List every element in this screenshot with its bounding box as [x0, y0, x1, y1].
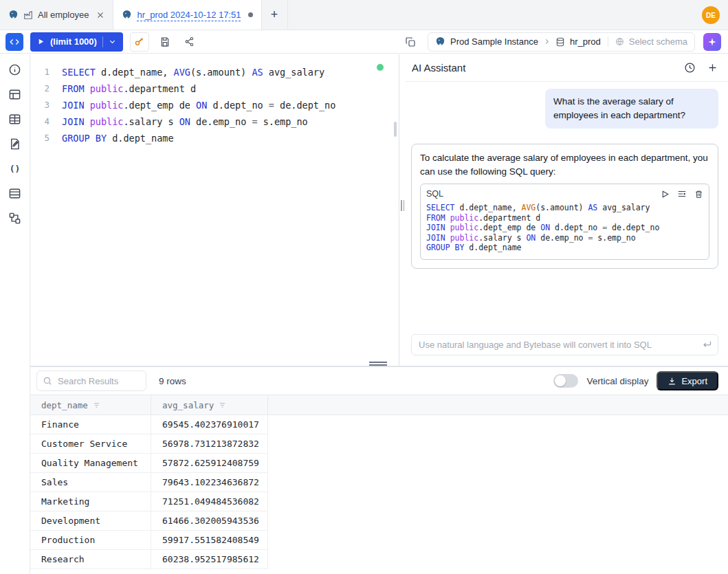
workspace: 1SELECT d.dept_name, AVG(s.amount) AS av…: [30, 54, 728, 366]
line-number: 3: [30, 97, 62, 113]
sparkle-icon: [707, 37, 717, 47]
toolbar-right-cluster: Prod Sample Instance hr_prod Select sche…: [401, 32, 721, 52]
editor-toolbar: (limit 1000): [0, 30, 728, 54]
row-count: 9 rows: [159, 376, 186, 386]
tab-hr-prod[interactable]: hr_prod 2024-10-12 17:51: [113, 0, 261, 30]
editor-line: 2FROM public.department d: [30, 80, 399, 97]
ai-answer: To calculate the average salary of emplo…: [411, 144, 718, 269]
run-label: (limit 1000): [50, 36, 97, 47]
line-number: 1: [30, 64, 62, 80]
table-row[interactable]: Sales79643.102234636872: [30, 473, 268, 492]
ai-code-line: SELECT d.dept_name, AVG(s.amount) AS avg…: [426, 203, 703, 213]
ai-assistant-button[interactable]: [703, 33, 721, 51]
worksheet-icon[interactable]: [5, 134, 25, 153]
run-query-button[interactable]: (limit 1000): [30, 32, 123, 52]
environment-icon: [23, 10, 33, 20]
left-rail: (): [0, 54, 30, 574]
info-icon[interactable]: [5, 60, 25, 79]
vertical-display-toggle[interactable]: [553, 374, 578, 388]
postgres-icon: [122, 10, 132, 20]
history-table-icon[interactable]: [5, 184, 25, 203]
copy-schema-icon: [405, 36, 416, 47]
sql-editor[interactable]: 1SELECT d.dept_name, AVG(s.amount) AS av…: [30, 54, 399, 366]
column-header-avg-salary[interactable]: avg_salary: [151, 395, 268, 415]
ai-prompt-input[interactable]: [411, 334, 718, 355]
schema-selector[interactable]: Select schema: [608, 36, 694, 47]
tab-label: All employee: [38, 10, 89, 20]
table-row[interactable]: Customer Service56978.731213872832: [30, 434, 268, 454]
line-number: 2: [30, 80, 62, 97]
results-table-body: Finance69545.402376910017Customer Servic…: [30, 415, 728, 574]
editor-line: 3JOIN public.dept_emp de ON d.dept_no = …: [30, 97, 399, 113]
ai-code-line: GROUP BY d.dept_name: [426, 243, 703, 253]
schema-diagram-button[interactable]: [401, 33, 419, 51]
connection-breadcrumb: Prod Sample Instance hr_prod Select sche…: [428, 32, 695, 52]
results-toolbar-right: Vertical display Export: [553, 371, 718, 390]
tables-icon[interactable]: [5, 85, 25, 104]
editor-scrollbar[interactable]: [394, 122, 397, 137]
table-row[interactable]: Research60238.952517985612: [30, 550, 268, 569]
parentheses-icon[interactable]: (): [5, 159, 25, 178]
new-chat-plus-icon[interactable]: [707, 62, 718, 74]
history-clock-icon[interactable]: [684, 62, 696, 74]
tab-bar: All employee hr_prod 2024-10-12 17:51 + …: [0, 0, 728, 30]
insert-code-icon[interactable]: [677, 189, 687, 199]
table-row[interactable]: Development61466.302005943536: [30, 511, 268, 531]
share-sheet-button[interactable]: [181, 33, 199, 51]
toggle-knob: [555, 375, 566, 386]
cell-dept-name: Development: [30, 511, 151, 530]
cell-avg-salary: 57872.625912408759: [151, 454, 268, 472]
cell-avg-salary: 59917.551582408549: [151, 531, 268, 549]
cell-dept-name: Marketing: [30, 492, 151, 511]
search-icon: [43, 376, 52, 386]
unsaved-indicator: [248, 12, 253, 17]
ai-code-line: JOIN public.salary s ON de.emp_no = s.em…: [426, 233, 703, 243]
results-toolbar: 9 rows Vertical display Export: [30, 367, 728, 395]
cell-avg-salary: 79643.102234636872: [151, 473, 268, 492]
vertical-display-label: Vertical display: [586, 376, 648, 386]
connection-selector[interactable]: Prod Sample Instance hr_prod: [428, 36, 608, 47]
column-header-dept-name[interactable]: dept_name: [30, 395, 151, 415]
sitemap-icon[interactable]: [5, 208, 25, 228]
database-name: hr_prod: [570, 36, 601, 47]
data-grid-icon[interactable]: [5, 109, 25, 129]
table-row[interactable]: Production59917.551582408549: [30, 531, 268, 550]
export-button[interactable]: Export: [657, 371, 718, 390]
chevron-down-icon[interactable]: [109, 38, 116, 45]
cell-avg-salary: 71251.049484536082: [151, 492, 268, 511]
ai-panel-title: AI Assistant: [412, 62, 465, 74]
copy-code-icon[interactable]: [694, 190, 703, 199]
database-icon: [555, 37, 565, 47]
table-row[interactable]: Quality Management57872.625912408759: [30, 454, 268, 473]
enter-key-icon: [702, 339, 712, 349]
code-language-label: SQL: [426, 187, 443, 201]
sort-icon[interactable]: [93, 401, 100, 409]
cell-avg-salary: 60238.952517985612: [151, 550, 268, 569]
run-code-icon[interactable]: [661, 190, 670, 199]
ai-answer-intro: To calculate the average salary of emplo…: [420, 153, 708, 177]
key-icon: [134, 36, 144, 47]
save-sheet-button[interactable]: [156, 33, 174, 51]
connection-status-dot: [377, 64, 384, 71]
postgres-icon: [435, 36, 445, 47]
vertical-resize-handle[interactable]: [399, 54, 406, 366]
bytebase-sql-editor: All employee hr_prod 2024-10-12 17:51 + …: [0, 0, 728, 574]
cell-dept-name: Sales: [30, 473, 151, 492]
sort-icon[interactable]: [219, 401, 226, 409]
ai-code-header: SQL: [421, 184, 709, 202]
close-tab-icon[interactable]: [96, 11, 104, 19]
schema-icon: [615, 37, 624, 46]
editor-line: 4JOIN public.salary s ON de.emp_no = s.e…: [30, 113, 399, 130]
admin-key-button[interactable]: [130, 32, 149, 52]
cell-dept-name: Finance: [30, 415, 151, 434]
search-results-input[interactable]: [36, 371, 146, 391]
tab-all-employee[interactable]: All employee: [0, 0, 113, 30]
table-row[interactable]: Marketing71251.049484536082: [30, 492, 268, 511]
cell-avg-salary: 61466.302005943536: [151, 511, 268, 530]
postgres-icon: [8, 10, 19, 20]
sql-editor-logo-button[interactable]: [5, 33, 23, 51]
user-avatar[interactable]: DE: [702, 6, 720, 24]
table-row[interactable]: Finance69545.402376910017: [30, 415, 268, 434]
ai-chat-area: What is the average salary of employees …: [406, 82, 728, 366]
new-tab-button[interactable]: +: [262, 0, 288, 30]
